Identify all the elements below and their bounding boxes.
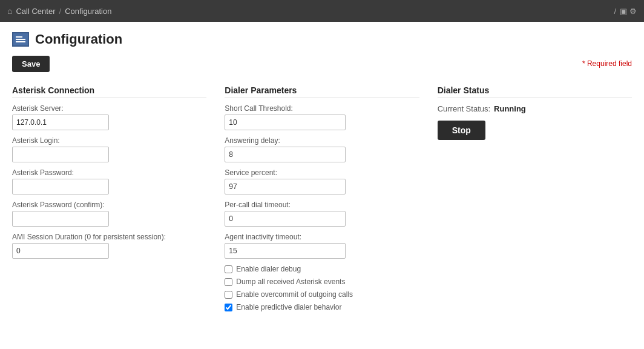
required-note: * Required field <box>582 59 632 68</box>
password-input[interactable] <box>12 179 109 194</box>
password-label: Asterisk Password: <box>12 168 206 177</box>
breadcrumb: ⌂ Call Center / Configuration <box>7 6 111 16</box>
agent-inactivity-field-group: Agent inactivity timeout: <box>225 233 419 259</box>
enable-overcommit-checkbox[interactable] <box>225 291 232 299</box>
password-confirm-field-group: Asterisk Password (confirm): <box>12 201 206 227</box>
page-content: Configuration Save * Required field Aste… <box>0 22 644 325</box>
answering-delay-label: Answering delay: <box>225 136 419 145</box>
topbar-right-sep: / <box>614 7 616 16</box>
settings-icon[interactable]: ⚙ <box>629 7 637 16</box>
breadcrumb-callcenter[interactable]: Call Center <box>16 7 55 16</box>
short-call-field-group: Short Call Threshold: <box>225 104 419 130</box>
enable-overcommit-label[interactable]: Enable overcommit of outgoing calls <box>236 290 353 299</box>
config-icon <box>12 32 29 47</box>
per-call-input[interactable] <box>225 211 346 227</box>
service-percent-input[interactable] <box>225 179 346 194</box>
password-field-group: Asterisk Password: <box>12 168 206 194</box>
enable-predictive-label[interactable]: Enable predictive dialer behavior <box>236 303 341 311</box>
asterisk-connection-col: Asterisk Connection Asterisk Server: Ast… <box>12 85 225 265</box>
dialer-status-title: Dialer Status <box>438 85 632 98</box>
server-field-group: Asterisk Server: <box>12 104 206 130</box>
answering-delay-field-group: Answering delay: <box>225 136 419 162</box>
server-input[interactable] <box>12 115 109 130</box>
dump-asterisk-events-label[interactable]: Dump all received Asterisk events <box>236 278 345 286</box>
per-call-label: Per-call dial timeout: <box>225 201 419 209</box>
topbar-right: / ▣ ⚙ <box>614 7 637 16</box>
login-input[interactable] <box>12 147 109 162</box>
topbar: ⌂ Call Center / Configuration / ▣ ⚙ <box>0 0 644 22</box>
login-label: Asterisk Login: <box>12 136 206 145</box>
current-status-label: Current Status: <box>438 104 490 113</box>
asterisk-connection-title: Asterisk Connection <box>12 85 206 98</box>
dialer-parameters-title: Dialer Parameters <box>225 85 419 98</box>
current-status-row: Current Status: Running <box>438 104 632 113</box>
service-percent-label: Service percent: <box>225 168 419 177</box>
breadcrumb-sep1: / <box>59 7 62 16</box>
checkbox3-group: Enable overcommit of outgoing calls <box>225 290 419 299</box>
page-title: Configuration <box>35 32 122 47</box>
ami-input[interactable] <box>12 243 109 259</box>
enable-dialer-debug-checkbox[interactable] <box>225 265 232 273</box>
checkbox2-group: Dump all received Asterisk events <box>225 278 419 286</box>
per-call-field-group: Per-call dial timeout: <box>225 201 419 227</box>
dialer-parameters-col: Dialer Parameters Short Call Threshold: … <box>225 85 437 316</box>
home-icon[interactable]: ⌂ <box>7 6 12 16</box>
login-field-group: Asterisk Login: <box>12 136 206 162</box>
checkbox1-group: Enable dialer debug <box>225 265 419 273</box>
short-call-input[interactable] <box>225 115 346 130</box>
service-percent-field-group: Service percent: <box>225 168 419 194</box>
enable-predictive-checkbox[interactable] <box>225 304 232 311</box>
header-actions: Save * Required field <box>12 56 632 79</box>
password-confirm-label: Asterisk Password (confirm): <box>12 201 206 209</box>
breadcrumb-configuration: Configuration <box>65 7 111 16</box>
stop-button[interactable]: Stop <box>438 121 485 140</box>
save-button[interactable]: Save <box>12 56 50 72</box>
checkbox4-group: Enable predictive dialer behavior <box>225 303 419 311</box>
dump-asterisk-events-checkbox[interactable] <box>225 278 232 286</box>
enable-dialer-debug-label[interactable]: Enable dialer debug <box>236 265 301 273</box>
dialer-status-col: Dialer Status Current Status: Running St… <box>438 85 632 140</box>
server-label: Asterisk Server: <box>12 104 206 113</box>
answering-delay-input[interactable] <box>225 147 346 162</box>
current-status-value: Running <box>494 104 526 113</box>
agent-inactivity-label: Agent inactivity timeout: <box>225 233 419 241</box>
page-title-row: Configuration <box>12 32 632 47</box>
password-confirm-input[interactable] <box>12 211 109 227</box>
main-layout: Asterisk Connection Asterisk Server: Ast… <box>12 85 632 316</box>
short-call-label: Short Call Threshold: <box>225 104 419 113</box>
ami-field-group: AMI Session Duration (0 for persistent s… <box>12 233 206 259</box>
ami-label: AMI Session Duration (0 for persistent s… <box>12 233 206 241</box>
agent-inactivity-input[interactable] <box>225 243 346 259</box>
monitor-icon[interactable]: ▣ <box>620 7 627 16</box>
